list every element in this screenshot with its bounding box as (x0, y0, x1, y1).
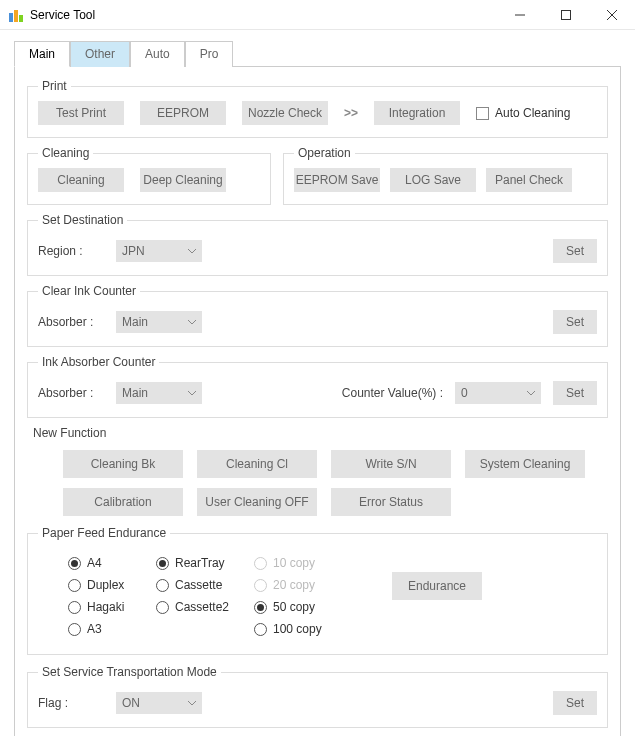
tab-pro[interactable]: Pro (185, 41, 234, 67)
cleaning-cl-button[interactable]: Cleaning Cl (197, 450, 317, 478)
region-label: Region : (38, 244, 98, 258)
chevron-down-icon (188, 249, 196, 254)
log-save-button[interactable]: LOG Save (390, 168, 476, 192)
print-group: Print Test Print EEPROM Nozzle Check >> … (27, 79, 608, 138)
set-clear-ink-button[interactable]: Set (553, 310, 597, 334)
set-transport-button[interactable]: Set (553, 691, 597, 715)
auto-cleaning-checkbox[interactable]: Auto Cleaning (476, 106, 570, 120)
maximize-button[interactable] (543, 0, 589, 30)
app-icon (8, 7, 24, 23)
set-absorber-button[interactable]: Set (553, 381, 597, 405)
print-legend: Print (38, 79, 71, 93)
ink-absorber-group: Ink Absorber Counter Absorber : Main Cou… (27, 355, 608, 418)
calibration-button[interactable]: Calibration (63, 488, 183, 516)
svg-rect-4 (562, 10, 571, 19)
radio-duplex[interactable]: Duplex (68, 578, 138, 592)
svg-rect-2 (19, 15, 23, 22)
tab-auto[interactable]: Auto (130, 41, 185, 67)
titlebar: Service Tool (0, 0, 635, 30)
tray-column: RearTray Cassette Cassette2 (156, 556, 236, 614)
flag-select[interactable]: ON (116, 692, 202, 714)
auto-cleaning-label: Auto Cleaning (495, 106, 570, 120)
chevron-down-icon (188, 701, 196, 706)
endurance-button[interactable]: Endurance (392, 572, 482, 600)
close-button[interactable] (589, 0, 635, 30)
tab-panel-main: Print Test Print EEPROM Nozzle Check >> … (14, 67, 621, 736)
set-destination-group: Set Destination Region : JPN Set (27, 213, 608, 276)
integration-button[interactable]: Integration (374, 101, 460, 125)
radio-20copy[interactable]: 20 copy (254, 578, 324, 592)
checkbox-icon (476, 107, 489, 120)
chevron-down-icon (188, 320, 196, 325)
test-print-button[interactable]: Test Print (38, 101, 124, 125)
radio-reartray[interactable]: RearTray (156, 556, 236, 570)
radio-100copy[interactable]: 100 copy (254, 622, 324, 636)
tab-main[interactable]: Main (14, 41, 70, 67)
cleaning-group: Cleaning Cleaning Deep Cleaning (27, 146, 271, 205)
new-function-label: New Function (33, 426, 608, 440)
transport-group: Set Service Transportation Mode Flag : O… (27, 665, 608, 728)
paper-feed-legend: Paper Feed Endurance (38, 526, 170, 540)
chevron-down-icon (527, 391, 535, 396)
region-select[interactable]: JPN (116, 240, 202, 262)
svg-rect-0 (9, 13, 13, 22)
radio-50copy[interactable]: 50 copy (254, 600, 324, 614)
arrow-icon: >> (344, 106, 358, 120)
chevron-down-icon (188, 391, 196, 396)
ink-absorber-legend: Ink Absorber Counter (38, 355, 159, 369)
minimize-button[interactable] (497, 0, 543, 30)
system-cleaning-button[interactable]: System Cleaning (465, 450, 585, 478)
radio-cassette2[interactable]: Cassette2 (156, 600, 236, 614)
clear-ink-legend: Clear Ink Counter (38, 284, 140, 298)
eeprom-save-button[interactable]: EEPROM Save (294, 168, 380, 192)
absorber-label: Absorber : (38, 315, 98, 329)
radio-hagaki[interactable]: Hagaki (68, 600, 138, 614)
svg-rect-1 (14, 10, 18, 22)
nozzle-check-button[interactable]: Nozzle Check (242, 101, 328, 125)
paper-feed-group: Paper Feed Endurance A4 Duplex Hagaki A3… (27, 526, 608, 655)
set-destination-legend: Set Destination (38, 213, 127, 227)
counter-value-select[interactable]: 0 (455, 382, 541, 404)
eeprom-button[interactable]: EEPROM (140, 101, 226, 125)
operation-group: Operation EEPROM Save LOG Save Panel Che… (283, 146, 608, 205)
radio-a4[interactable]: A4 (68, 556, 138, 570)
tab-other[interactable]: Other (70, 41, 130, 67)
radio-a3[interactable]: A3 (68, 622, 138, 636)
copy-column: 10 copy 20 copy 50 copy 100 copy (254, 556, 324, 636)
cleaning-button[interactable]: Cleaning (38, 168, 124, 192)
absorber2-label: Absorber : (38, 386, 98, 400)
window-title: Service Tool (30, 8, 95, 22)
flag-label: Flag : (38, 696, 98, 710)
clear-ink-group: Clear Ink Counter Absorber : Main Set (27, 284, 608, 347)
user-cleaning-off-button[interactable]: User Cleaning OFF (197, 488, 317, 516)
absorber2-select[interactable]: Main (116, 382, 202, 404)
cleaning-bk-button[interactable]: Cleaning Bk (63, 450, 183, 478)
operation-legend: Operation (294, 146, 355, 160)
radio-cassette[interactable]: Cassette (156, 578, 236, 592)
size-column: A4 Duplex Hagaki A3 (68, 556, 138, 636)
error-status-button[interactable]: Error Status (331, 488, 451, 516)
tabstrip: Main Other Auto Pro (14, 40, 621, 67)
set-region-button[interactable]: Set (553, 239, 597, 263)
deep-cleaning-button[interactable]: Deep Cleaning (140, 168, 226, 192)
counter-value-label: Counter Value(%) : (342, 386, 443, 400)
write-sn-button[interactable]: Write S/N (331, 450, 451, 478)
cleaning-legend: Cleaning (38, 146, 93, 160)
panel-check-button[interactable]: Panel Check (486, 168, 572, 192)
radio-10copy[interactable]: 10 copy (254, 556, 324, 570)
transport-legend: Set Service Transportation Mode (38, 665, 221, 679)
absorber-select[interactable]: Main (116, 311, 202, 333)
